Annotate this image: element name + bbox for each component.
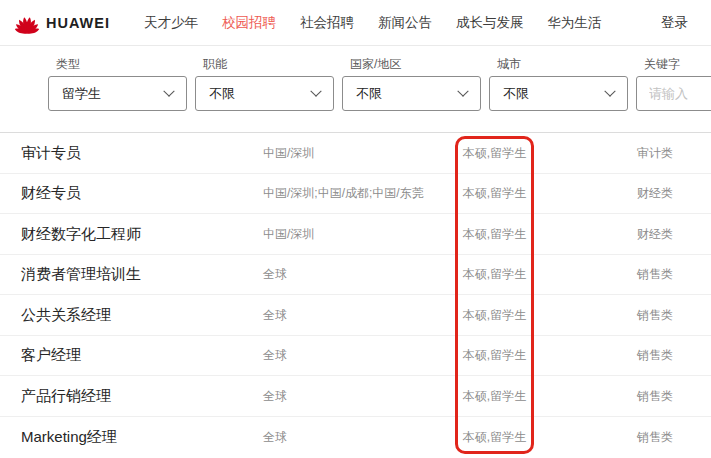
huawei-logo[interactable]: HUAWEI bbox=[14, 12, 110, 34]
job-row[interactable]: 客户经理 全球 本硕,留学生 销售类 bbox=[0, 336, 711, 377]
job-title: 公共关系经理 bbox=[21, 305, 111, 324]
job-category: 销售类 bbox=[605, 266, 705, 283]
chevron-down-icon bbox=[310, 85, 321, 96]
job-location: 中国/深圳 bbox=[263, 225, 314, 242]
job-title: 财经数字化工程师 bbox=[21, 224, 141, 243]
job-title: 财经专员 bbox=[21, 184, 81, 203]
filter-city-label: 城市 bbox=[497, 57, 628, 71]
job-category: 财经类 bbox=[605, 185, 705, 202]
filter-function-select[interactable]: 不限 bbox=[195, 76, 334, 111]
job-eligibility: 本硕,留学生 bbox=[455, 428, 534, 445]
job-location: 全球 bbox=[263, 387, 287, 404]
job-title: 消费者管理培训生 bbox=[21, 265, 141, 284]
chevron-down-icon bbox=[163, 85, 174, 96]
chevron-down-icon bbox=[457, 85, 468, 96]
job-category: 审计类 bbox=[605, 144, 705, 161]
job-row[interactable]: 公共关系经理 全球 本硕,留学生 销售类 bbox=[0, 295, 711, 336]
job-eligibility: 本硕,留学生 bbox=[455, 266, 534, 283]
job-eligibility: 本硕,留学生 bbox=[455, 185, 534, 202]
filter-type: 类型 留学生 bbox=[48, 57, 187, 111]
job-title: 产品行销经理 bbox=[21, 386, 111, 405]
filter-type-select[interactable]: 留学生 bbox=[48, 76, 187, 111]
job-category: 销售类 bbox=[605, 428, 705, 445]
job-row[interactable]: 产品行销经理 全球 本硕,留学生 销售类 bbox=[0, 376, 711, 417]
job-title: Marketing经理 bbox=[21, 427, 117, 446]
job-row[interactable]: Marketing经理 全球 本硕,留学生 销售类 bbox=[0, 417, 711, 458]
job-row[interactable]: 财经专员 中国/深圳;中国/成都;中国/东莞 本硕,留学生 财经类 bbox=[0, 174, 711, 215]
job-location: 全球 bbox=[263, 266, 287, 283]
job-location: 全球 bbox=[263, 306, 287, 323]
huawei-careers-page: HUAWEI 天才少年 校园招聘 社会招聘 新闻公告 成长与发展 华为生活 登录… bbox=[0, 0, 711, 458]
job-category: 销售类 bbox=[605, 387, 705, 404]
job-row[interactable]: 审计专员 中国/深圳 本硕,留学生 审计类 bbox=[0, 133, 711, 174]
filter-country-value: 不限 bbox=[356, 85, 382, 103]
filter-bar: 类型 留学生 职能 不限 国家/地区 不限 城市 不限 bbox=[0, 46, 711, 111]
nav-item-huawei-life[interactable]: 华为生活 bbox=[548, 14, 602, 32]
job-category: 财经类 bbox=[605, 225, 705, 242]
main-nav: 天才少年 校园招聘 社会招聘 新闻公告 成长与发展 华为生活 bbox=[144, 14, 602, 32]
job-location: 中国/深圳 bbox=[263, 144, 314, 161]
job-eligibility: 本硕,留学生 bbox=[455, 347, 534, 364]
filter-city-select[interactable]: 不限 bbox=[489, 76, 628, 111]
job-eligibility: 本硕,留学生 bbox=[455, 144, 534, 161]
filter-keyword-label: 关键字 bbox=[644, 57, 711, 71]
huawei-flower-icon bbox=[14, 12, 40, 34]
job-eligibility: 本硕,留学生 bbox=[455, 306, 534, 323]
nav-item-social-recruitment[interactable]: 社会招聘 bbox=[300, 14, 354, 32]
nav-item-growth[interactable]: 成长与发展 bbox=[456, 14, 524, 32]
filter-function: 职能 不限 bbox=[195, 57, 334, 111]
job-location: 中国/深圳;中国/成都;中国/东莞 bbox=[263, 185, 424, 202]
filter-type-value: 留学生 bbox=[62, 85, 101, 103]
job-title: 客户经理 bbox=[21, 346, 81, 365]
job-eligibility: 本硕,留学生 bbox=[455, 387, 534, 404]
job-row[interactable]: 消费者管理培训生 全球 本硕,留学生 销售类 bbox=[0, 255, 711, 296]
top-nav-bar: HUAWEI 天才少年 校园招聘 社会招聘 新闻公告 成长与发展 华为生活 登录 bbox=[0, 0, 711, 46]
job-category: 销售类 bbox=[605, 306, 705, 323]
nav-item-campus-recruitment[interactable]: 校园招聘 bbox=[222, 14, 276, 32]
filter-function-label: 职能 bbox=[203, 57, 334, 71]
job-eligibility: 本硕,留学生 bbox=[455, 225, 534, 242]
filter-country: 国家/地区 不限 bbox=[342, 57, 481, 111]
chevron-down-icon bbox=[604, 85, 615, 96]
filter-keyword: 关键字 bbox=[636, 57, 711, 111]
job-table: 审计专员 中国/深圳 本硕,留学生 审计类 财经专员 中国/深圳;中国/成都;中… bbox=[0, 132, 711, 457]
keyword-input[interactable] bbox=[636, 76, 711, 111]
job-location: 全球 bbox=[263, 428, 287, 445]
job-row[interactable]: 财经数字化工程师 中国/深圳 本硕,留学生 财经类 bbox=[0, 214, 711, 255]
filter-function-value: 不限 bbox=[209, 85, 235, 103]
nav-item-news[interactable]: 新闻公告 bbox=[378, 14, 432, 32]
job-title: 审计专员 bbox=[21, 143, 81, 162]
filter-country-select[interactable]: 不限 bbox=[342, 76, 481, 111]
job-location: 全球 bbox=[263, 347, 287, 364]
filter-city-value: 不限 bbox=[503, 85, 529, 103]
filter-country-label: 国家/地区 bbox=[350, 57, 481, 71]
filter-city: 城市 不限 bbox=[489, 57, 628, 111]
nav-item-genius-youth[interactable]: 天才少年 bbox=[144, 14, 198, 32]
filter-type-label: 类型 bbox=[56, 57, 187, 71]
job-category: 销售类 bbox=[605, 347, 705, 364]
brand-name: HUAWEI bbox=[46, 15, 110, 31]
login-button[interactable]: 登录 bbox=[661, 14, 688, 32]
